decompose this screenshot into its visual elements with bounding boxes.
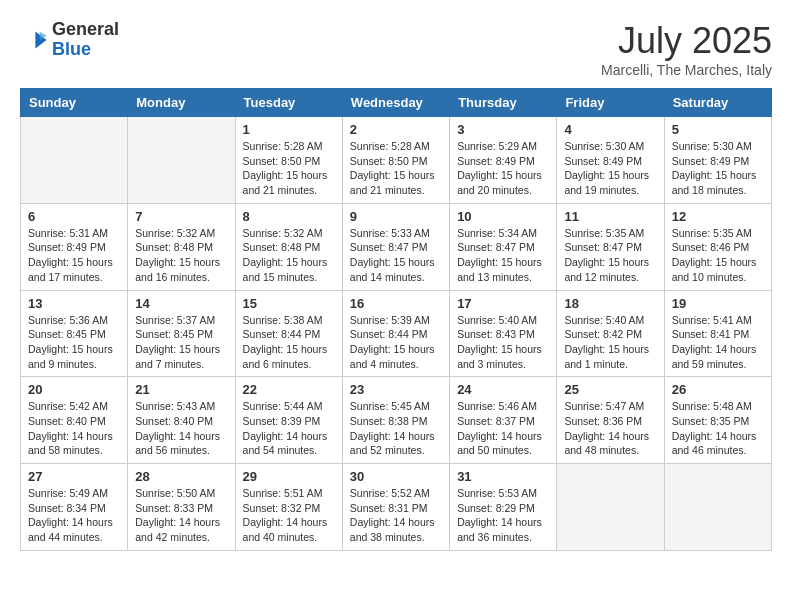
day-info: Sunrise: 5:46 AMSunset: 8:37 PMDaylight:… [457, 399, 549, 458]
calendar-cell: 10Sunrise: 5:34 AMSunset: 8:47 PMDayligh… [450, 203, 557, 290]
calendar-week-row: 20Sunrise: 5:42 AMSunset: 8:40 PMDayligh… [21, 377, 772, 464]
day-number: 26 [672, 382, 764, 397]
calendar-week-row: 27Sunrise: 5:49 AMSunset: 8:34 PMDayligh… [21, 464, 772, 551]
calendar-cell: 29Sunrise: 5:51 AMSunset: 8:32 PMDayligh… [235, 464, 342, 551]
calendar-week-row: 1Sunrise: 5:28 AMSunset: 8:50 PMDaylight… [21, 117, 772, 204]
weekday-header: Monday [128, 89, 235, 117]
day-number: 4 [564, 122, 656, 137]
day-info: Sunrise: 5:37 AMSunset: 8:45 PMDaylight:… [135, 313, 227, 372]
calendar-cell: 21Sunrise: 5:43 AMSunset: 8:40 PMDayligh… [128, 377, 235, 464]
day-number: 28 [135, 469, 227, 484]
calendar-cell: 30Sunrise: 5:52 AMSunset: 8:31 PMDayligh… [342, 464, 449, 551]
month-title: July 2025 [601, 20, 772, 62]
calendar-cell: 28Sunrise: 5:50 AMSunset: 8:33 PMDayligh… [128, 464, 235, 551]
day-info: Sunrise: 5:34 AMSunset: 8:47 PMDaylight:… [457, 226, 549, 285]
calendar-cell: 22Sunrise: 5:44 AMSunset: 8:39 PMDayligh… [235, 377, 342, 464]
day-number: 21 [135, 382, 227, 397]
calendar-cell: 3Sunrise: 5:29 AMSunset: 8:49 PMDaylight… [450, 117, 557, 204]
day-number: 23 [350, 382, 442, 397]
calendar-cell: 18Sunrise: 5:40 AMSunset: 8:42 PMDayligh… [557, 290, 664, 377]
day-info: Sunrise: 5:40 AMSunset: 8:42 PMDaylight:… [564, 313, 656, 372]
day-number: 6 [28, 209, 120, 224]
day-number: 29 [243, 469, 335, 484]
calendar-cell: 14Sunrise: 5:37 AMSunset: 8:45 PMDayligh… [128, 290, 235, 377]
calendar-cell: 15Sunrise: 5:38 AMSunset: 8:44 PMDayligh… [235, 290, 342, 377]
calendar-cell: 13Sunrise: 5:36 AMSunset: 8:45 PMDayligh… [21, 290, 128, 377]
day-info: Sunrise: 5:52 AMSunset: 8:31 PMDaylight:… [350, 486, 442, 545]
page-header: General Blue July 2025 Marcelli, The Mar… [20, 20, 772, 78]
day-info: Sunrise: 5:36 AMSunset: 8:45 PMDaylight:… [28, 313, 120, 372]
day-info: Sunrise: 5:53 AMSunset: 8:29 PMDaylight:… [457, 486, 549, 545]
day-info: Sunrise: 5:48 AMSunset: 8:35 PMDaylight:… [672, 399, 764, 458]
day-number: 13 [28, 296, 120, 311]
day-number: 20 [28, 382, 120, 397]
weekday-header: Friday [557, 89, 664, 117]
day-info: Sunrise: 5:50 AMSunset: 8:33 PMDaylight:… [135, 486, 227, 545]
calendar-cell: 12Sunrise: 5:35 AMSunset: 8:46 PMDayligh… [664, 203, 771, 290]
calendar-cell: 9Sunrise: 5:33 AMSunset: 8:47 PMDaylight… [342, 203, 449, 290]
day-info: Sunrise: 5:41 AMSunset: 8:41 PMDaylight:… [672, 313, 764, 372]
day-number: 19 [672, 296, 764, 311]
day-info: Sunrise: 5:30 AMSunset: 8:49 PMDaylight:… [672, 139, 764, 198]
day-number: 2 [350, 122, 442, 137]
day-number: 25 [564, 382, 656, 397]
calendar-cell: 26Sunrise: 5:48 AMSunset: 8:35 PMDayligh… [664, 377, 771, 464]
location: Marcelli, The Marches, Italy [601, 62, 772, 78]
day-number: 22 [243, 382, 335, 397]
weekday-header: Wednesday [342, 89, 449, 117]
weekday-header-row: SundayMondayTuesdayWednesdayThursdayFrid… [21, 89, 772, 117]
day-info: Sunrise: 5:32 AMSunset: 8:48 PMDaylight:… [135, 226, 227, 285]
calendar-week-row: 6Sunrise: 5:31 AMSunset: 8:49 PMDaylight… [21, 203, 772, 290]
day-number: 12 [672, 209, 764, 224]
day-info: Sunrise: 5:42 AMSunset: 8:40 PMDaylight:… [28, 399, 120, 458]
day-info: Sunrise: 5:35 AMSunset: 8:47 PMDaylight:… [564, 226, 656, 285]
calendar-cell: 4Sunrise: 5:30 AMSunset: 8:49 PMDaylight… [557, 117, 664, 204]
logo-icon [20, 26, 48, 54]
day-number: 31 [457, 469, 549, 484]
day-info: Sunrise: 5:39 AMSunset: 8:44 PMDaylight:… [350, 313, 442, 372]
day-number: 10 [457, 209, 549, 224]
weekday-header: Saturday [664, 89, 771, 117]
day-info: Sunrise: 5:30 AMSunset: 8:49 PMDaylight:… [564, 139, 656, 198]
calendar-cell: 1Sunrise: 5:28 AMSunset: 8:50 PMDaylight… [235, 117, 342, 204]
day-info: Sunrise: 5:40 AMSunset: 8:43 PMDaylight:… [457, 313, 549, 372]
day-number: 5 [672, 122, 764, 137]
calendar-cell [128, 117, 235, 204]
day-info: Sunrise: 5:38 AMSunset: 8:44 PMDaylight:… [243, 313, 335, 372]
day-number: 8 [243, 209, 335, 224]
day-number: 1 [243, 122, 335, 137]
day-number: 30 [350, 469, 442, 484]
calendar-cell [21, 117, 128, 204]
calendar-cell: 5Sunrise: 5:30 AMSunset: 8:49 PMDaylight… [664, 117, 771, 204]
day-number: 27 [28, 469, 120, 484]
calendar-cell: 31Sunrise: 5:53 AMSunset: 8:29 PMDayligh… [450, 464, 557, 551]
day-number: 17 [457, 296, 549, 311]
calendar-cell: 17Sunrise: 5:40 AMSunset: 8:43 PMDayligh… [450, 290, 557, 377]
day-number: 11 [564, 209, 656, 224]
calendar-cell: 20Sunrise: 5:42 AMSunset: 8:40 PMDayligh… [21, 377, 128, 464]
day-number: 24 [457, 382, 549, 397]
day-info: Sunrise: 5:32 AMSunset: 8:48 PMDaylight:… [243, 226, 335, 285]
weekday-header: Sunday [21, 89, 128, 117]
calendar-cell: 27Sunrise: 5:49 AMSunset: 8:34 PMDayligh… [21, 464, 128, 551]
day-info: Sunrise: 5:47 AMSunset: 8:36 PMDaylight:… [564, 399, 656, 458]
day-number: 14 [135, 296, 227, 311]
day-number: 16 [350, 296, 442, 311]
day-info: Sunrise: 5:44 AMSunset: 8:39 PMDaylight:… [243, 399, 335, 458]
day-info: Sunrise: 5:35 AMSunset: 8:46 PMDaylight:… [672, 226, 764, 285]
calendar-cell: 24Sunrise: 5:46 AMSunset: 8:37 PMDayligh… [450, 377, 557, 464]
day-info: Sunrise: 5:49 AMSunset: 8:34 PMDaylight:… [28, 486, 120, 545]
day-info: Sunrise: 5:51 AMSunset: 8:32 PMDaylight:… [243, 486, 335, 545]
logo-text: General Blue [52, 20, 119, 60]
calendar-cell: 6Sunrise: 5:31 AMSunset: 8:49 PMDaylight… [21, 203, 128, 290]
calendar-cell: 8Sunrise: 5:32 AMSunset: 8:48 PMDaylight… [235, 203, 342, 290]
day-number: 9 [350, 209, 442, 224]
calendar-cell: 25Sunrise: 5:47 AMSunset: 8:36 PMDayligh… [557, 377, 664, 464]
calendar-week-row: 13Sunrise: 5:36 AMSunset: 8:45 PMDayligh… [21, 290, 772, 377]
day-info: Sunrise: 5:45 AMSunset: 8:38 PMDaylight:… [350, 399, 442, 458]
weekday-header: Tuesday [235, 89, 342, 117]
title-block: July 2025 Marcelli, The Marches, Italy [601, 20, 772, 78]
day-number: 3 [457, 122, 549, 137]
day-number: 7 [135, 209, 227, 224]
logo: General Blue [20, 20, 119, 60]
